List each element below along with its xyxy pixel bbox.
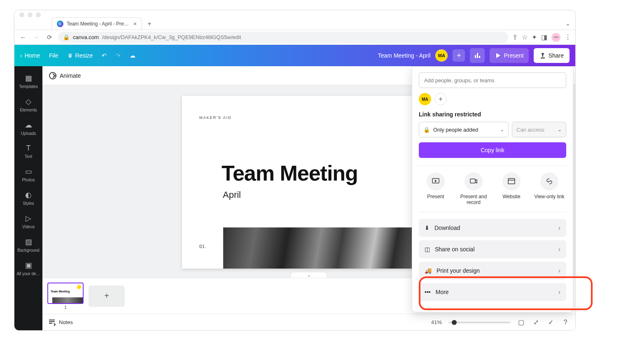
styles-icon: ◐ [25, 190, 32, 199]
share-option-viewlink[interactable]: View-only link [532, 172, 566, 205]
thumbnail-item[interactable]: Team Meeting 1 [47, 283, 84, 310]
tab-title: Team Meeting - April - Present… [67, 21, 130, 27]
redo-button[interactable]: ↷ [116, 52, 121, 59]
file-label: File [49, 52, 58, 59]
redo-icon: ↷ [116, 52, 121, 59]
bottom-bar: Notes 41% ▢ ⤢ ✓ ? [42, 314, 575, 330]
share-button[interactable]: Share [534, 48, 570, 63]
zoom-dot[interactable] [36, 12, 41, 17]
upload-icon [539, 52, 546, 59]
chevron-right-icon: › [558, 225, 560, 231]
zoom-percent[interactable]: 41% [431, 319, 442, 325]
add-collaborator-button[interactable]: + [434, 93, 447, 105]
present-button[interactable]: Present [490, 48, 528, 63]
chevron-left-icon: ‹ [20, 52, 22, 59]
zoom-slider[interactable] [448, 322, 510, 323]
addr-actions: ⇧ ☆ ✦ ◨ 👓 ⋮ [512, 33, 571, 42]
browser-tab[interactable]: C Team Meeting - April - Present… × [51, 17, 142, 30]
insights-button[interactable] [470, 48, 485, 63]
chevron-right-icon: › [558, 267, 560, 274]
tabs-overflow-icon[interactable]: ⌄ [565, 20, 570, 27]
add-page-button[interactable]: + [89, 285, 125, 307]
link-settings-row: 🔒 Only people added ⌄ Can access ⌄ [419, 122, 566, 137]
text-icon: T [26, 144, 31, 153]
profile-avatar[interactable]: 👓 [551, 33, 560, 42]
bookmark-icon[interactable]: ☆ [522, 33, 528, 41]
link-circle-icon [540, 172, 558, 190]
document-title[interactable]: Team Meeting - April [378, 52, 431, 59]
undo-icon: ↶ [102, 52, 107, 59]
new-tab-button[interactable]: + [144, 18, 155, 30]
apps-icon: ▣ [25, 261, 32, 270]
minimize-dot[interactable] [28, 12, 33, 17]
sidebar-item-uploads[interactable]: ☁Uploads [14, 117, 42, 139]
extensions-icon[interactable]: ✦ [532, 33, 537, 41]
topbar-right: Team Meeting - April MA + Present Share [378, 48, 570, 63]
sidebar-item-styles[interactable]: ◐Styles [14, 187, 42, 209]
fullscreen-icon[interactable]: ⤢ [532, 318, 540, 327]
social-icon: ◫ [425, 246, 430, 253]
action-share-social[interactable]: ◫ Share on social › [419, 240, 566, 258]
sidebar-item-all-designs[interactable]: ▣All your de… [14, 257, 42, 279]
sidebar-item-text[interactable]: TText [14, 141, 42, 162]
sidebar-item-photos[interactable]: ▭Photos [14, 164, 42, 185]
close-tab-icon[interactable]: × [133, 21, 137, 27]
thumb-title: Team Meeting [51, 290, 70, 293]
url-host: canva.com [73, 34, 99, 40]
check-icon[interactable]: ✓ [546, 318, 555, 327]
share-option-label: Present and record [457, 194, 490, 205]
sidebar-item-templates[interactable]: ▦Templates [14, 70, 42, 92]
lock-icon: 🔒 [63, 34, 70, 40]
add-member-button[interactable]: + [453, 49, 465, 62]
access-scope-label: Only people added [433, 127, 478, 133]
add-people-input[interactable] [419, 72, 566, 88]
share-option-website[interactable]: Website [495, 172, 528, 205]
sidebar-item-elements[interactable]: ◇Elements [14, 94, 42, 116]
back-button[interactable]: ← [19, 33, 28, 42]
kebab-menu-icon[interactable]: ⋮ [565, 33, 571, 41]
uploads-icon: ☁ [25, 121, 32, 130]
play-icon [495, 52, 501, 59]
reload-button[interactable]: ⟳ [45, 33, 54, 42]
collapse-handle[interactable]: ⌄ [290, 272, 327, 278]
help-icon[interactable]: ? [561, 318, 570, 327]
share-option-present[interactable]: Present [419, 172, 453, 205]
grid-view-icon[interactable]: ▢ [517, 318, 525, 327]
action-print[interactable]: 🚚 Print your design › [419, 262, 566, 280]
cloud-sync-icon[interactable]: ☁ [130, 52, 135, 59]
access-scope-select[interactable]: 🔒 Only people added ⌄ [419, 122, 509, 137]
slide[interactable]: MAKER'S AID Team Meeting April 01. [182, 96, 436, 269]
more-icon: ••• [425, 289, 431, 295]
shared-user-avatar[interactable]: MA [419, 93, 431, 105]
slide-title-text: Team Meeting [222, 161, 358, 185]
sidebar-item-videos[interactable]: ▷Videos [14, 211, 42, 232]
permission-select[interactable]: Can access ⌄ [512, 122, 566, 137]
home-button[interactable]: ‹ Home [20, 52, 40, 59]
share-option-record[interactable]: Present and record [457, 172, 490, 205]
forward-button[interactable]: → [32, 33, 41, 42]
url-field[interactable]: 🔒 canva.com/design/DAFAkZPK4_k/Cw_3g_PQE… [58, 32, 508, 43]
sidebar-item-background[interactable]: ▨Background [14, 234, 42, 256]
share-label: Share [549, 52, 564, 59]
copy-link-button[interactable]: Copy link [419, 142, 566, 158]
print-icon: 🚚 [425, 267, 432, 274]
sidepanel-icon[interactable]: ◨ [541, 33, 547, 41]
action-download[interactable]: ⬇ Download › [419, 219, 566, 237]
permission-label: Can access [516, 127, 544, 133]
action-more[interactable]: ••• More › [419, 283, 566, 301]
share-url-icon[interactable]: ⇧ [512, 33, 518, 41]
share-option-label: View-only link [534, 194, 564, 199]
animate-label: Animate [60, 72, 81, 79]
user-avatar[interactable]: MA [435, 49, 448, 62]
zoom-handle[interactable] [452, 320, 457, 325]
slide-thumbnail[interactable]: Team Meeting [47, 283, 84, 304]
file-menu[interactable]: File [49, 52, 58, 59]
animate-button[interactable]: Animate [49, 72, 81, 79]
resize-button[interactable]: ♛ Resize [68, 52, 93, 59]
notes-button[interactable]: Notes [48, 319, 73, 326]
undo-button[interactable]: ↶ [102, 52, 107, 59]
close-dot[interactable] [19, 12, 24, 17]
chevron-down-icon: ⌄ [500, 127, 504, 132]
topbar-left: ‹ Home File ♛ Resize ↶ ↷ ☁ [20, 52, 135, 59]
window-titlebar [14, 10, 575, 18]
